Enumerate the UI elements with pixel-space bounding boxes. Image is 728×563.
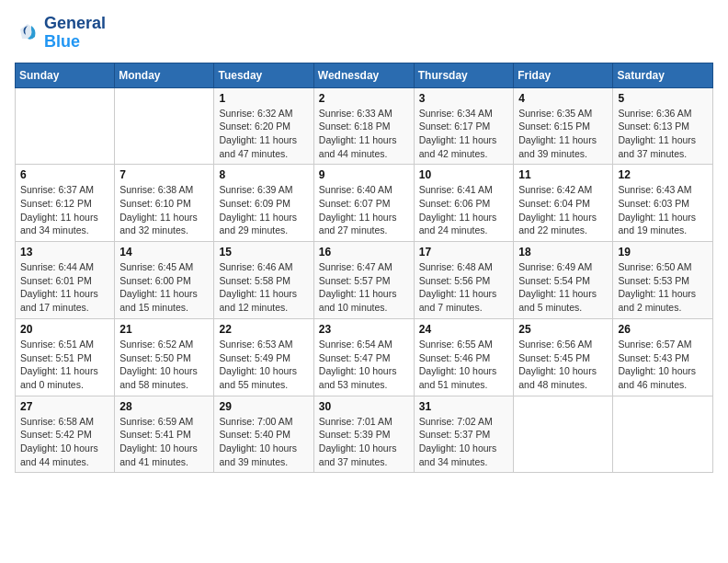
day-cell: 14Sunrise: 6:45 AMSunset: 6:00 PMDayligh…: [115, 242, 214, 319]
column-header-friday: Friday: [514, 63, 613, 87]
day-number: 13: [20, 246, 109, 259]
day-number: 20: [20, 323, 109, 336]
day-number: 3: [419, 92, 509, 105]
column-header-thursday: Thursday: [414, 63, 514, 87]
day-cell: 4Sunrise: 6:35 AMSunset: 6:15 PMDaylight…: [514, 87, 613, 165]
day-info: Sunrise: 6:36 AMSunset: 6:13 PMDaylight:…: [618, 107, 708, 161]
day-number: 26: [618, 323, 708, 336]
day-number: 19: [618, 246, 708, 259]
day-info: Sunrise: 6:44 AMSunset: 6:01 PMDaylight:…: [20, 260, 109, 315]
day-number: 2: [319, 92, 409, 105]
day-info: Sunrise: 6:43 AMSunset: 6:03 PMDaylight:…: [618, 183, 708, 237]
day-number: 7: [119, 168, 209, 181]
day-info: Sunrise: 6:39 AMSunset: 6:09 PMDaylight:…: [219, 183, 308, 237]
day-cell: 11Sunrise: 6:42 AMSunset: 6:04 PMDayligh…: [514, 165, 613, 242]
day-info: Sunrise: 6:46 AMSunset: 5:58 PMDaylight:…: [219, 260, 308, 315]
day-number: 16: [319, 246, 409, 259]
day-info: Sunrise: 6:58 AMSunset: 5:42 PMDaylight:…: [20, 415, 109, 469]
day-info: Sunrise: 7:02 AMSunset: 5:37 PMDaylight:…: [419, 415, 509, 469]
day-info: Sunrise: 6:51 AMSunset: 5:51 PMDaylight:…: [20, 338, 109, 392]
day-number: 24: [419, 323, 509, 336]
day-number: 8: [219, 168, 308, 181]
week-row-4: 20Sunrise: 6:51 AMSunset: 5:51 PMDayligh…: [16, 318, 713, 396]
day-cell: 30Sunrise: 7:01 AMSunset: 5:39 PMDayligh…: [313, 396, 414, 473]
day-cell: [613, 396, 713, 473]
logo-line1: General: [44, 15, 106, 33]
day-number: 5: [618, 92, 708, 105]
day-info: Sunrise: 6:54 AMSunset: 5:47 PMDaylight:…: [319, 338, 409, 392]
day-info: Sunrise: 6:52 AMSunset: 5:50 PMDaylight:…: [119, 338, 209, 392]
day-cell: 22Sunrise: 6:53 AMSunset: 5:49 PMDayligh…: [214, 318, 313, 396]
day-cell: 27Sunrise: 6:58 AMSunset: 5:42 PMDayligh…: [16, 396, 115, 473]
logo: General Blue: [15, 15, 106, 52]
day-info: Sunrise: 7:00 AMSunset: 5:40 PMDaylight:…: [219, 415, 308, 469]
day-cell: 17Sunrise: 6:48 AMSunset: 5:56 PMDayligh…: [414, 242, 514, 319]
day-info: Sunrise: 6:47 AMSunset: 5:57 PMDaylight:…: [319, 260, 409, 315]
day-cell: 24Sunrise: 6:55 AMSunset: 5:46 PMDayligh…: [414, 318, 514, 396]
day-number: 29: [219, 400, 308, 413]
day-number: 6: [20, 168, 109, 181]
day-info: Sunrise: 6:55 AMSunset: 5:46 PMDaylight:…: [419, 338, 509, 392]
day-number: 4: [518, 92, 608, 105]
day-cell: 12Sunrise: 6:43 AMSunset: 6:03 PMDayligh…: [613, 165, 713, 242]
day-info: Sunrise: 7:01 AMSunset: 5:39 PMDaylight:…: [319, 415, 409, 469]
day-number: 17: [419, 246, 509, 259]
page-header: General Blue: [15, 15, 713, 52]
day-info: Sunrise: 6:40 AMSunset: 6:07 PMDaylight:…: [319, 183, 409, 237]
day-number: 31: [419, 400, 509, 413]
day-number: 21: [119, 323, 209, 336]
day-number: 15: [219, 246, 308, 259]
day-cell: 1Sunrise: 6:32 AMSunset: 6:20 PMDaylight…: [214, 87, 313, 165]
column-header-monday: Monday: [115, 63, 214, 87]
day-number: 27: [20, 400, 109, 413]
day-info: Sunrise: 6:48 AMSunset: 5:56 PMDaylight:…: [419, 260, 509, 315]
day-cell: 8Sunrise: 6:39 AMSunset: 6:09 PMDaylight…: [214, 165, 313, 242]
day-info: Sunrise: 6:41 AMSunset: 6:06 PMDaylight:…: [419, 183, 509, 237]
day-cell: 15Sunrise: 6:46 AMSunset: 5:58 PMDayligh…: [214, 242, 313, 319]
column-header-tuesday: Tuesday: [214, 63, 313, 87]
day-cell: 28Sunrise: 6:59 AMSunset: 5:41 PMDayligh…: [115, 396, 214, 473]
day-info: Sunrise: 6:50 AMSunset: 5:53 PMDaylight:…: [618, 260, 708, 315]
day-info: Sunrise: 6:32 AMSunset: 6:20 PMDaylight:…: [219, 107, 308, 161]
day-info: Sunrise: 6:34 AMSunset: 6:17 PMDaylight:…: [419, 107, 509, 161]
day-cell: [115, 87, 214, 165]
day-info: Sunrise: 6:37 AMSunset: 6:12 PMDaylight:…: [20, 183, 109, 237]
day-cell: 23Sunrise: 6:54 AMSunset: 5:47 PMDayligh…: [313, 318, 414, 396]
day-info: Sunrise: 6:59 AMSunset: 5:41 PMDaylight:…: [119, 415, 209, 469]
day-info: Sunrise: 6:49 AMSunset: 5:54 PMDaylight:…: [518, 260, 608, 315]
day-info: Sunrise: 6:53 AMSunset: 5:49 PMDaylight:…: [219, 338, 308, 392]
day-cell: [16, 87, 115, 165]
day-cell: 25Sunrise: 6:56 AMSunset: 5:45 PMDayligh…: [514, 318, 613, 396]
day-number: 18: [518, 246, 608, 259]
day-info: Sunrise: 6:45 AMSunset: 6:00 PMDaylight:…: [119, 260, 209, 315]
calendar-table: SundayMondayTuesdayWednesdayThursdayFrid…: [15, 63, 713, 474]
day-cell: 9Sunrise: 6:40 AMSunset: 6:07 PMDaylight…: [313, 165, 414, 242]
day-cell: 7Sunrise: 6:38 AMSunset: 6:10 PMDaylight…: [115, 165, 214, 242]
day-number: 23: [319, 323, 409, 336]
day-number: 1: [219, 92, 308, 105]
day-cell: 13Sunrise: 6:44 AMSunset: 6:01 PMDayligh…: [16, 242, 115, 319]
day-info: Sunrise: 6:56 AMSunset: 5:45 PMDaylight:…: [518, 338, 608, 392]
day-number: 25: [518, 323, 608, 336]
day-number: 11: [518, 168, 608, 181]
day-cell: 2Sunrise: 6:33 AMSunset: 6:18 PMDaylight…: [313, 87, 414, 165]
day-number: 14: [119, 246, 209, 259]
day-info: Sunrise: 6:42 AMSunset: 6:04 PMDaylight:…: [518, 183, 608, 237]
day-cell: 31Sunrise: 7:02 AMSunset: 5:37 PMDayligh…: [414, 396, 514, 473]
day-number: 10: [419, 168, 509, 181]
day-number: 22: [219, 323, 308, 336]
week-row-5: 27Sunrise: 6:58 AMSunset: 5:42 PMDayligh…: [16, 396, 713, 473]
week-row-3: 13Sunrise: 6:44 AMSunset: 6:01 PMDayligh…: [16, 242, 713, 319]
day-number: 28: [119, 400, 209, 413]
day-info: Sunrise: 6:35 AMSunset: 6:15 PMDaylight:…: [518, 107, 608, 161]
day-cell: 21Sunrise: 6:52 AMSunset: 5:50 PMDayligh…: [115, 318, 214, 396]
day-cell: 29Sunrise: 7:00 AMSunset: 5:40 PMDayligh…: [214, 396, 313, 473]
day-cell: 18Sunrise: 6:49 AMSunset: 5:54 PMDayligh…: [514, 242, 613, 319]
day-cell: 5Sunrise: 6:36 AMSunset: 6:13 PMDaylight…: [613, 87, 713, 165]
day-number: 12: [618, 168, 708, 181]
day-cell: 6Sunrise: 6:37 AMSunset: 6:12 PMDaylight…: [16, 165, 115, 242]
day-cell: 3Sunrise: 6:34 AMSunset: 6:17 PMDaylight…: [414, 87, 514, 165]
week-row-2: 6Sunrise: 6:37 AMSunset: 6:12 PMDaylight…: [16, 165, 713, 242]
column-header-wednesday: Wednesday: [313, 63, 414, 87]
day-cell: 19Sunrise: 6:50 AMSunset: 5:53 PMDayligh…: [613, 242, 713, 319]
